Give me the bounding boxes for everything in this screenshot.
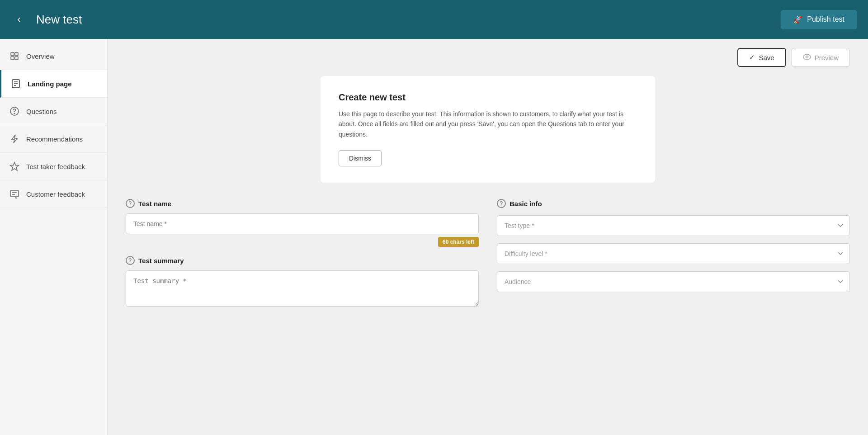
- sidebar-item-landing-page[interactable]: Landing page: [0, 70, 107, 98]
- test-type-select[interactable]: Test type *: [497, 215, 850, 236]
- sidebar-item-overview[interactable]: Overview: [0, 43, 107, 70]
- svg-rect-2: [11, 57, 14, 60]
- test-name-label: ? Test name: [126, 199, 479, 208]
- sidebar-item-label: Overview: [26, 52, 55, 60]
- test-name-wrapper: 60 chars left: [126, 213, 479, 247]
- eye-icon: [803, 54, 811, 61]
- sidebar-item-label: Test taker feedback: [26, 163, 85, 170]
- app-header: ‹ New test 🚀 Publish test: [0, 0, 868, 39]
- save-button[interactable]: ✓ Save: [737, 48, 786, 67]
- book-icon: [10, 78, 21, 89]
- star-icon: [9, 161, 20, 172]
- basic-info-help-icon[interactable]: ?: [497, 199, 506, 208]
- lightning-icon: [9, 133, 20, 144]
- sidebar-item-label: Customer feedback: [26, 190, 85, 198]
- info-card-title: Create new test: [339, 92, 637, 103]
- test-name-help-icon[interactable]: ?: [126, 199, 135, 208]
- main-content: ✓ Save Preview Create new test Use this …: [108, 39, 868, 435]
- sidebar-item-customer-feedback[interactable]: Customer feedback: [0, 180, 107, 208]
- preview-button[interactable]: Preview: [792, 48, 850, 67]
- sidebar-item-test-taker-feedback[interactable]: Test taker feedback: [0, 153, 107, 180]
- difficulty-wrapper: Difficulty level *: [497, 243, 850, 264]
- rocket-icon: 🚀: [793, 15, 802, 24]
- sidebar-item-label: Landing page: [28, 80, 72, 88]
- svg-point-15: [806, 56, 808, 58]
- svg-point-14: [803, 54, 811, 60]
- svg-marker-10: [10, 162, 19, 170]
- main-layout: Overview Landing page Que: [0, 39, 868, 435]
- form-col-right: ? Basic info Test type * Difficulty leve…: [497, 199, 850, 308]
- svg-rect-0: [11, 52, 14, 56]
- sidebar-item-label: Recommendations: [26, 135, 83, 143]
- basic-info-label: ? Basic info: [497, 199, 850, 208]
- info-card-text: Use this page to describe your test. Thi…: [339, 109, 637, 139]
- test-name-input[interactable]: [126, 213, 479, 234]
- svg-rect-11: [10, 190, 19, 197]
- back-button[interactable]: ‹: [11, 11, 27, 28]
- audience-select[interactable]: Audience: [497, 271, 850, 292]
- publish-button[interactable]: 🚀 Publish test: [781, 10, 857, 29]
- difficulty-select[interactable]: Difficulty level *: [497, 243, 850, 264]
- sidebar: Overview Landing page Que: [0, 39, 108, 435]
- sidebar-item-questions[interactable]: Questions: [0, 98, 107, 125]
- grid-icon: [9, 51, 20, 61]
- checkmark-icon: ✓: [749, 53, 755, 61]
- svg-point-9: [14, 113, 15, 114]
- test-type-wrapper: Test type *: [497, 215, 850, 236]
- dismiss-button[interactable]: Dismiss: [339, 150, 382, 166]
- action-bar: ✓ Save Preview: [126, 48, 850, 67]
- test-summary-help-icon[interactable]: ?: [126, 256, 135, 265]
- sidebar-item-recommendations[interactable]: Recommendations: [0, 125, 107, 153]
- form-section: ? Test name 60 chars left ? Test summary…: [126, 199, 850, 308]
- sidebar-item-label: Questions: [26, 108, 57, 115]
- audience-wrapper: Audience: [497, 271, 850, 292]
- form-col-left: ? Test name 60 chars left ? Test summary: [126, 199, 479, 308]
- test-summary-input[interactable]: [126, 270, 479, 307]
- chars-left-badge: 60 chars left: [438, 237, 479, 247]
- page-title: New test: [36, 13, 781, 27]
- test-summary-label: ? Test summary: [126, 256, 479, 265]
- svg-rect-3: [15, 57, 18, 60]
- info-card: Create new test Use this page to describ…: [321, 76, 655, 183]
- feedback-icon: [9, 189, 20, 199]
- svg-rect-1: [15, 52, 18, 56]
- question-icon: [9, 106, 20, 117]
